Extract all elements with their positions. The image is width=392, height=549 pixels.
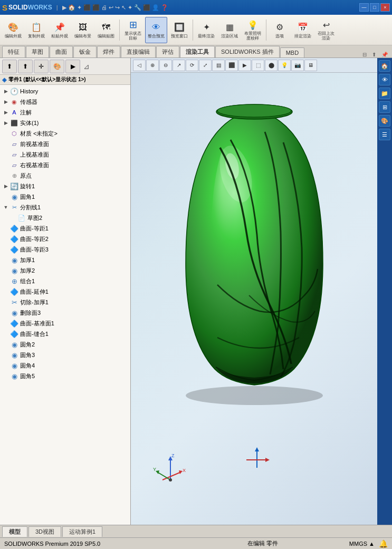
tree-item-curve-base1[interactable]: 🔷 曲面-基准面1 (0, 318, 130, 329)
integrated-preview-button[interactable]: 👁 整合预览 (145, 17, 167, 43)
edit-appearance-button[interactable]: 🎨 编辑外观 (2, 17, 24, 43)
scene-lighting-button[interactable]: 💡 布景照明度校样 (242, 17, 264, 43)
tree-item-fillet2[interactable]: ◉ 圆角2 (0, 339, 130, 350)
vp-monitor-button[interactable]: 🖥 (304, 60, 317, 71)
vp-zoom-in-button[interactable]: ⊕ (146, 60, 159, 71)
vp-arrow-button[interactable]: ◁ (133, 60, 146, 71)
panel-up-button[interactable]: ⬆ (2, 60, 17, 73)
tree-item-history[interactable]: ▶ 🕐 History (0, 86, 130, 97)
vp-fit-button[interactable]: ⤢ (199, 60, 212, 71)
vp-light-button[interactable]: 💡 (278, 60, 291, 71)
tab-bar: 特征 草图 曲面 钣金 焊件 直接编辑 评估 渲染工具 SOLIDWORKS 插… (0, 45, 392, 58)
options-button[interactable]: ⚙ 选项 (269, 17, 291, 43)
tab-expand-button[interactable]: ⬆ (370, 52, 378, 57)
panel-expand-button[interactable]: ▶ (65, 60, 80, 73)
edit-decal-button[interactable]: 🗺 编辑贴图 (95, 17, 117, 43)
render-region-button[interactable]: ▦ 渲染区域 (218, 17, 241, 43)
final-render-button[interactable]: ✦ 最终渲染 (195, 17, 217, 43)
rt-list-button[interactable]: ☰ (379, 129, 390, 140)
edit-scene-button[interactable]: 🖼 编辑布景 (72, 17, 94, 43)
tree-item-revolve1[interactable]: ▶ 🔄 旋转1 (0, 181, 130, 191)
edit-status: 在编辑 零件 (247, 540, 278, 546)
top-plane-label: 上视基准面 (20, 151, 49, 159)
rt-color-button[interactable]: 🎨 (379, 115, 390, 127)
filter-icon: ⊿ (83, 62, 90, 71)
tree-item-curve-ext1[interactable]: 🔷 曲面-延伸1 (0, 286, 130, 297)
bottom-tab-motion[interactable]: 运动算例1 (62, 526, 102, 537)
tab-feature[interactable]: 特征 (2, 46, 25, 57)
tree-item-fillet4[interactable]: ◉ 圆角4 (0, 360, 130, 371)
minimize-button[interactable]: — (359, 3, 369, 12)
vp-play-button[interactable]: ▶ (238, 60, 251, 71)
copy-appearance-button[interactable]: 📋 复制外观 (25, 17, 47, 43)
revolve1-label: 旋转1 (20, 182, 35, 190)
vp-box-button[interactable]: ⬚ (252, 60, 264, 71)
tree-item-curve-eq3[interactable]: 🔷 曲面-等距3 (0, 244, 130, 255)
tree-item-fillet5[interactable]: ◉ 圆角5 (0, 371, 130, 381)
tree-item-curve-eq2[interactable]: 🔷 曲面-等距2 (0, 234, 130, 244)
tree-item-material[interactable]: ⬡ 材质 <未指定> (0, 128, 130, 139)
close-button[interactable]: × (380, 3, 390, 12)
tree-item-top-plane[interactable]: ▱ 上视基准面 (0, 149, 130, 160)
paste-appearance-button[interactable]: 📌 粘贴外观 (49, 17, 71, 43)
tree-item-fillet3[interactable]: ◉ 圆角3 (0, 350, 130, 360)
curve-sew1-label: 曲面-缝合1 (20, 330, 49, 338)
tree-item-annotations[interactable]: ▶ A 注解 (0, 107, 130, 118)
vp-section-button[interactable]: ▤ (212, 60, 225, 71)
app-name-solid: SOLID (8, 4, 28, 11)
tab-evaluate[interactable]: 评估 (156, 46, 179, 57)
panel-add-button[interactable]: ✛ (34, 60, 49, 73)
vp-camera-button[interactable]: 📷 (291, 60, 304, 71)
tab-sheet-metal[interactable]: 钣金 (73, 46, 97, 57)
tab-mbd[interactable]: MBD (280, 47, 304, 57)
vp-zoom-out-button[interactable]: ⊖ (159, 60, 172, 71)
render-region-label: 渲染区域 (221, 34, 238, 39)
3d-viewport[interactable]: ◁ ⊕ ⊖ ↗ ⟳ ⤢ ▤ ⬛ ▶ ⬚ ⬤ 💡 📷 🖥 (131, 58, 377, 525)
panel-color-button[interactable]: 🎨 (50, 60, 64, 73)
recall-render-button[interactable]: ↩ 召回上次渲染 (315, 17, 337, 43)
rt-view-button[interactable]: 👁 (379, 74, 390, 85)
tree-item-curve-sew1[interactable]: 🔷 曲面-缝合1 (0, 329, 130, 339)
tree-item-front-plane[interactable]: ▱ 前视基准面 (0, 139, 130, 149)
tree-item-cut-thicken1[interactable]: ✂ 切除-加厚1 (0, 297, 130, 307)
tab-pin-button[interactable]: 📌 (379, 52, 390, 57)
tree-item-origin[interactable]: ⊕ 原点 (0, 170, 130, 181)
tree-item-sketch2[interactable]: 📄 草图2 (7, 213, 130, 223)
tree-item-split1[interactable]: ▼ ✂ 分割线1 (0, 202, 130, 213)
tree-item-delete3[interactable]: ◉ 删除面3 (0, 307, 130, 318)
tab-weld[interactable]: 焊件 (97, 46, 120, 57)
tab-direct-edit[interactable]: 直接编辑 (121, 46, 156, 57)
bottom-tab-3dview[interactable]: 3D视图 (28, 526, 61, 537)
tree-item-thicken2[interactable]: ◉ 加厚2 (0, 265, 130, 276)
edit-scene-icon: 🖼 (77, 21, 89, 34)
tab-sketch[interactable]: 草图 (26, 46, 49, 57)
tab-solidworks-addon[interactable]: SOLIDWORKS 插件 (215, 46, 280, 57)
tree-item-fillet1[interactable]: ◉ 圆角1 (0, 191, 130, 202)
tree-item-curve-eq1[interactable]: 🔷 曲面-等距1 (0, 223, 130, 234)
rt-home-button[interactable]: 🏠 (379, 60, 390, 72)
tree-item-combine1[interactable]: ⊕ 组合1 (0, 276, 130, 286)
preview-window-button[interactable]: 🔲 预览窗口 (168, 17, 190, 43)
tree-item-solids[interactable]: ▶ ⬛ 实体(1) (0, 118, 130, 128)
tree-item-sensors[interactable]: ▶ ◉ 传感器 (0, 97, 130, 107)
restore-button[interactable]: □ (370, 3, 379, 12)
vp-rotate-button[interactable]: ⟳ (186, 60, 198, 71)
tree-item-right-plane[interactable]: ▱ 右视基准面 (0, 160, 130, 170)
tab-render-tools[interactable]: 渲染工具 (180, 46, 215, 57)
rt-grid-button[interactable]: ⊞ (379, 101, 390, 113)
panel-tree-button[interactable]: ⬆ (18, 60, 33, 73)
rt-folder-button[interactable]: 📁 (379, 88, 390, 99)
bottom-tab-model[interactable]: 模型 (2, 526, 27, 537)
vp-sphere-button[interactable]: ⬤ (265, 60, 278, 71)
svg-text:Y: Y (153, 467, 156, 472)
tree-item-thicken1[interactable]: ◉ 加厚1 (0, 255, 130, 265)
vp-display-button[interactable]: ⬛ (225, 60, 238, 71)
tab-surface[interactable]: 曲面 (50, 46, 73, 57)
display-state-button[interactable]: ⊞ 显示状态目标 (122, 17, 144, 43)
split1-icon: ✂ (9, 203, 19, 212)
vp-view-button[interactable]: ↗ (173, 60, 185, 71)
feature-tree[interactable]: ▶ 🕐 History ▶ ◉ 传感器 ▶ A 注解 ▶ ⬛ 实体(1) (0, 85, 130, 525)
notification-icon[interactable]: 🔔 (379, 540, 388, 548)
tab-close-button[interactable]: ⊟ (360, 52, 369, 57)
schedule-render-button[interactable]: 📅 排定渲染 (292, 17, 314, 43)
